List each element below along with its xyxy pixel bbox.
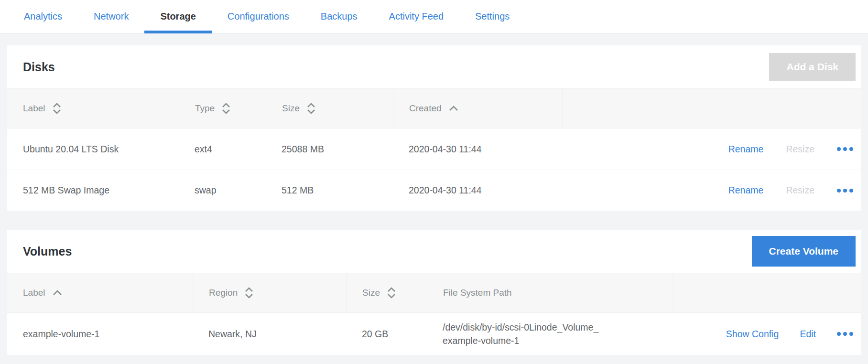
tab-configurations[interactable]: Configurations <box>212 0 305 33</box>
volumes-table-header: Label Region Size File System Path <box>7 273 861 313</box>
disk-row-actions: Rename Resize <box>562 185 861 196</box>
disk-size: 25088 MB <box>266 144 393 155</box>
volumes-col-path: File System Path <box>427 273 673 312</box>
volumes-col-region: Region <box>209 288 238 298</box>
disks-sort-size[interactable]: Size <box>266 89 393 128</box>
tab-analytics[interactable]: Analytics <box>8 0 78 33</box>
disks-title: Disks <box>23 60 55 74</box>
ellipsis-menu-icon[interactable] <box>837 144 853 154</box>
tab-network[interactable]: Network <box>78 0 144 33</box>
disks-col-label: Label <box>23 103 45 114</box>
volumes-sort-size[interactable]: Size <box>346 273 427 312</box>
volumes-title: Volumes <box>23 245 72 258</box>
rename-disk-button[interactable]: Rename <box>728 185 764 196</box>
rename-disk-button[interactable]: Rename <box>728 144 764 155</box>
disk-size: 512 MB <box>266 185 393 196</box>
disks-col-type: Type <box>195 103 215 114</box>
disk-row: Ubuntu 20.04 LTS Disk ext4 25088 MB 2020… <box>7 128 861 170</box>
volumes-sort-label[interactable]: Label <box>7 273 193 312</box>
disk-label: Ubuntu 20.04 LTS Disk <box>7 144 179 155</box>
chevron-up-down-icon <box>221 102 231 115</box>
disk-created: 2020-04-30 11:44 <box>393 185 562 196</box>
disks-sort-type[interactable]: Type <box>179 89 266 128</box>
volume-region: Newark, NJ <box>193 329 346 340</box>
volume-label: example-volume-1 <box>7 329 193 340</box>
disk-row: 512 MB Swap Image swap 512 MB 2020-04-30… <box>7 170 861 211</box>
disks-header: Disks Add a Disk <box>7 45 861 88</box>
chevron-up-icon <box>448 105 459 112</box>
tab-backups[interactable]: Backups <box>305 0 373 33</box>
volumes-header: Volumes Create Volume <box>7 230 861 273</box>
disks-sort-created[interactable]: Created <box>393 89 562 128</box>
disk-created: 2020-04-30 11:44 <box>393 144 562 155</box>
volume-row: example-volume-1 Newark, NJ 20 GB /dev/d… <box>7 313 861 355</box>
disks-sort-label[interactable]: Label <box>7 89 179 128</box>
disks-col-actions <box>562 89 861 128</box>
disks-table-header: Label Type Size Created <box>7 88 861 128</box>
chevron-up-down-icon <box>306 102 316 115</box>
chevron-up-icon <box>52 289 63 297</box>
tab-settings[interactable]: Settings <box>459 0 525 33</box>
disk-row-actions: Rename Resize <box>562 144 861 155</box>
disks-col-size: Size <box>282 103 300 114</box>
tab-storage[interactable]: Storage <box>144 0 211 33</box>
resize-disk-button[interactable]: Resize <box>786 185 814 196</box>
ellipsis-menu-icon[interactable] <box>837 186 853 195</box>
volumes-col-actions <box>673 273 861 312</box>
chevron-up-down-icon <box>386 287 397 299</box>
volumes-col-path-label: File System Path <box>443 288 512 298</box>
linode-detail-tabbar: Analytics Network Storage Configurations… <box>0 0 868 33</box>
volumes-sort-region[interactable]: Region <box>193 273 346 312</box>
disks-col-created: Created <box>409 103 442 114</box>
volume-row-actions: Show Config Edit <box>673 329 861 340</box>
show-config-button[interactable]: Show Config <box>726 329 779 340</box>
volume-path-text: /dev/disk/by-id/scsi-0Linode_Volume_exam… <box>443 321 601 348</box>
create-volume-button[interactable]: Create Volume <box>752 236 856 267</box>
volume-size: 20 GB <box>346 329 427 340</box>
edit-volume-button[interactable]: Edit <box>800 329 816 340</box>
volumes-col-size: Size <box>362 288 380 298</box>
ellipsis-menu-icon[interactable] <box>837 329 853 339</box>
disk-type: ext4 <box>179 144 266 155</box>
tab-activity-feed[interactable]: Activity Feed <box>373 0 459 33</box>
volume-path: /dev/disk/by-id/scsi-0Linode_Volume_exam… <box>427 321 673 348</box>
add-a-disk-button[interactable]: Add a Disk <box>769 53 856 81</box>
chevron-up-down-icon <box>244 287 254 299</box>
resize-disk-button[interactable]: Resize <box>786 144 814 155</box>
disks-panel: Disks Add a Disk Label Type Size C <box>7 45 861 211</box>
disk-type: swap <box>179 185 266 196</box>
volumes-panel: Volumes Create Volume Label Region Size … <box>7 230 861 355</box>
chevron-up-down-icon <box>52 102 62 115</box>
disk-label: 512 MB Swap Image <box>7 185 179 196</box>
volumes-col-label: Label <box>23 288 45 298</box>
